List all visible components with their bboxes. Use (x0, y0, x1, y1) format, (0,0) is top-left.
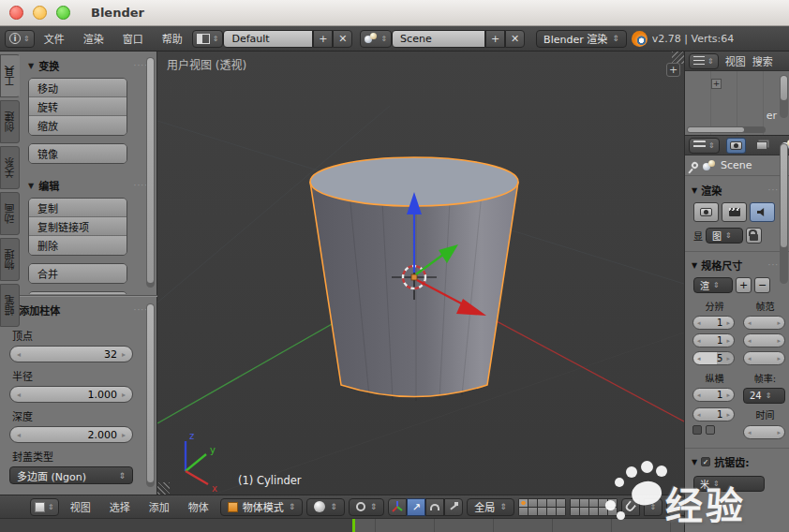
tool-shelf-scrollbar[interactable] (146, 57, 155, 288)
3d-canvas[interactable]: z y x 用户视图 (透视) (1) Cylinder (157, 52, 684, 495)
menu-render[interactable]: 渲染 (74, 31, 113, 46)
layer-cell[interactable] (580, 508, 588, 515)
outliner-view-menu[interactable]: 视图 (725, 53, 746, 68)
antialias-checkbox[interactable]: ✓ (701, 457, 710, 466)
transform-orientation-select[interactable]: 全局 (467, 498, 514, 516)
aspect-y-field[interactable]: 1 (692, 407, 735, 421)
edit-panel-header[interactable]: 编辑···· (20, 171, 157, 198)
crop-checkbox[interactable] (706, 425, 715, 435)
timeline-strip[interactable] (0, 518, 684, 532)
layer-cell[interactable] (571, 499, 579, 507)
resolution-y-field[interactable]: 1 (692, 333, 735, 347)
scene-add-button[interactable]: + (485, 30, 505, 48)
resolution-percentage-slider[interactable]: 5 (692, 351, 735, 365)
layer-cell[interactable] (571, 508, 579, 515)
editor-type-3dview-button[interactable]: ⇕ (30, 498, 59, 516)
scale-manipulator-toggle[interactable] (444, 498, 463, 516)
snap-toggle-button[interactable] (621, 498, 640, 516)
resolution-x-field[interactable]: 1 (692, 316, 735, 330)
maximize-window-button[interactable] (56, 6, 70, 20)
tab-grease-pencil[interactable]: 蜡笔 (0, 284, 20, 327)
translate-button[interactable]: 移动 (29, 79, 127, 97)
outliner-v-scrollbar[interactable] (780, 75, 788, 118)
outliner-item-text[interactable]: er (767, 110, 777, 122)
render-still-button[interactable] (693, 202, 719, 222)
layout-browse-button[interactable]: ⇕ (192, 30, 224, 48)
scene-browse-button[interactable]: ⇕ (360, 30, 392, 48)
layer-cell[interactable] (528, 508, 537, 515)
render-preset-select[interactable]: 渲 (693, 277, 733, 293)
tab-render-layers[interactable] (752, 138, 772, 154)
tab-animation[interactable]: 动画 (0, 192, 20, 235)
add-cylinder-panel-header[interactable]: 添加柱体···· (0, 296, 157, 322)
layer-cell[interactable] (528, 499, 537, 507)
outliner-h-scrollbar[interactable] (687, 126, 766, 133)
operator-panel-scrollbar[interactable] (146, 303, 155, 487)
join-button[interactable]: 合并 (29, 264, 127, 283)
mirror-button[interactable]: 镜像 (29, 144, 127, 163)
timeline-playhead[interactable] (352, 519, 355, 532)
layer-cell[interactable] (589, 508, 598, 515)
frame-start-field[interactable] (743, 316, 785, 330)
layout-name-field[interactable]: Default (223, 30, 313, 48)
dimensions-panel-header[interactable]: 规格尺寸···· (685, 251, 789, 277)
scene-delete-button[interactable]: ✕ (505, 30, 525, 48)
frame-end-field[interactable] (743, 333, 785, 347)
pin-icon[interactable] (691, 161, 700, 170)
layer-cell[interactable] (538, 508, 546, 515)
layer-cell[interactable] (519, 508, 528, 515)
duplicate-linked-button[interactable]: 复制链接项 (29, 217, 127, 236)
preset-remove-button[interactable]: − (754, 277, 770, 293)
tab-physics[interactable]: 物理 (0, 238, 20, 281)
lock-interface-button[interactable] (746, 228, 762, 244)
layer-cell[interactable] (538, 499, 546, 507)
editor-type-properties-button[interactable]: ⇕ (689, 138, 720, 154)
pivot-center-select[interactable] (349, 498, 385, 516)
render-display-select[interactable]: 图 (706, 228, 743, 244)
preset-add-button[interactable]: + (736, 277, 752, 293)
layout-delete-button[interactable]: ✕ (333, 30, 352, 48)
render-audio-button[interactable] (750, 202, 775, 222)
view-menu[interactable]: 视图 (63, 499, 98, 514)
rotate-manipulator-toggle[interactable] (425, 498, 444, 516)
layer-cell[interactable] (580, 499, 588, 507)
area-corner-widget[interactable] (157, 482, 170, 495)
layer-cell[interactable] (557, 508, 565, 515)
vertices-field[interactable]: 32 (9, 346, 133, 362)
tab-create[interactable]: 创建 (0, 100, 20, 143)
antialias-filter-select[interactable]: 米 (693, 476, 765, 492)
menu-help[interactable]: 帮助 (153, 31, 192, 46)
layer-cell[interactable] (608, 508, 617, 515)
expand-properties-region-button[interactable]: + (666, 63, 680, 77)
border-checkbox[interactable] (692, 425, 702, 435)
select-menu[interactable]: 选择 (102, 499, 138, 514)
tab-tools[interactable]: 工具 (0, 54, 20, 97)
rotate-button[interactable]: 旋转 (29, 97, 127, 116)
tab-relations[interactable]: 关系 (0, 146, 20, 189)
render-engine-select[interactable]: Blender 渲染 (536, 30, 627, 48)
editor-type-info-button[interactable]: i⇕ (5, 30, 35, 48)
properties-scrollbar[interactable] (780, 143, 788, 284)
render-panel-header[interactable]: 渲染···· (685, 176, 789, 202)
layer-cell[interactable] (589, 499, 598, 507)
layer-cell[interactable] (547, 499, 556, 507)
cap-fill-select[interactable]: 多边面 (Ngon) (9, 466, 133, 484)
add-menu[interactable]: 添加 (141, 499, 177, 514)
layer-cell[interactable] (519, 499, 528, 507)
object-menu[interactable]: 物体 (181, 499, 216, 514)
opengl-render-still-button[interactable] (666, 498, 684, 516)
scale-button[interactable]: 缩放 (29, 116, 127, 135)
layer-cell[interactable] (547, 508, 556, 515)
mode-select[interactable]: 物体模式 (220, 498, 304, 516)
frame-step-field[interactable] (743, 351, 785, 365)
outliner-tree[interactable]: + er (685, 71, 789, 135)
menu-file[interactable]: 文件 (35, 31, 74, 46)
set-origin-menu-button[interactable]: 设置原点 (29, 292, 127, 294)
layer-grid-1[interactable] (518, 498, 566, 516)
aspect-x-field[interactable]: 1 (692, 388, 735, 402)
editor-type-outliner-button[interactable]: ⇕ (689, 53, 719, 69)
layer-grid-2[interactable] (570, 498, 618, 516)
antialias-panel-header[interactable]: ✓ 抗锯齿: (685, 448, 789, 474)
manipulator-toggle-button[interactable] (388, 498, 407, 516)
fps-select[interactable]: 24 (743, 388, 785, 404)
